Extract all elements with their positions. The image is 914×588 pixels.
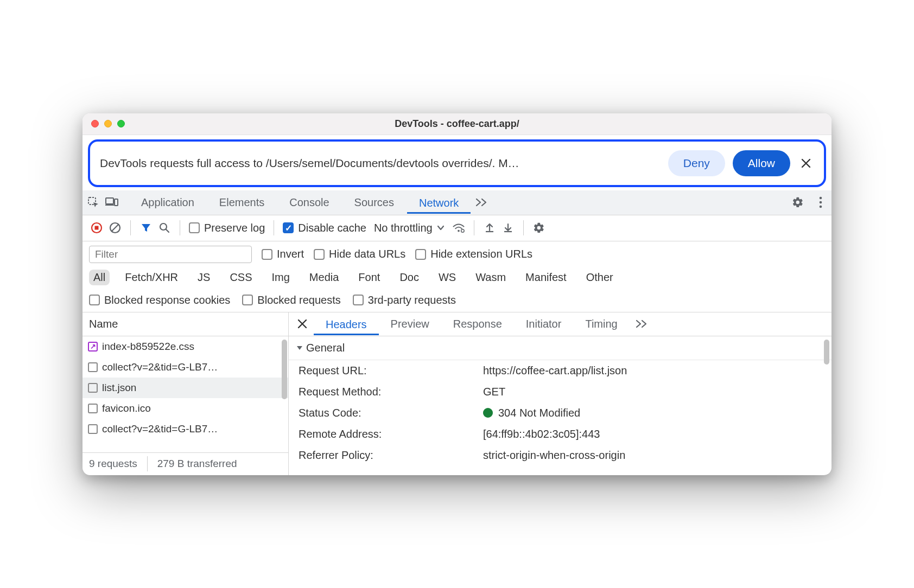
svg-line-10 [112, 225, 118, 231]
kebab-icon [819, 196, 822, 208]
divider [147, 456, 148, 471]
close-detail-button[interactable] [297, 319, 307, 329]
throttling-dropdown[interactable]: No throttling [374, 222, 445, 234]
name-column-header[interactable]: Name [82, 312, 288, 336]
gear-icon [533, 222, 545, 234]
close-icon [297, 319, 307, 329]
filter-input[interactable] [89, 246, 252, 263]
kv-status-code: Status Code: 304 Not Modified [289, 402, 832, 424]
window-zoom-button[interactable] [117, 120, 125, 127]
download-har-button[interactable] [502, 221, 515, 234]
gear-icon [792, 196, 804, 208]
devtools-window: DevTools - coffee-cart.app/ DevTools req… [82, 113, 832, 475]
type-fetch-xhr[interactable]: Fetch/XHR [120, 270, 182, 285]
file-icon [88, 362, 98, 372]
transferred-size: 279 B transferred [157, 458, 237, 470]
window-title: DevTools - coffee-cart.app/ [82, 118, 832, 130]
type-font[interactable]: Font [354, 270, 384, 285]
request-row[interactable]: collect?v=2&tid=G-LB7… [82, 419, 288, 439]
blocked-requests-label: Blocked requests [257, 294, 340, 306]
upload-har-button[interactable] [483, 221, 496, 234]
kebab-menu-button[interactable] [814, 196, 827, 209]
type-media[interactable]: Media [305, 270, 343, 285]
detail-tab-headers[interactable]: Headers [314, 312, 379, 335]
tab-network[interactable]: Network [407, 191, 471, 214]
record-icon [91, 222, 103, 234]
extra-filters: Blocked response cookies Blocked request… [82, 291, 832, 312]
type-manifest[interactable]: Manifest [521, 270, 571, 285]
request-list[interactable]: ↗ index-b859522e.css collect?v=2&tid=G-L… [82, 336, 288, 452]
blocked-requests-checkbox[interactable]: Blocked requests [242, 294, 340, 306]
window-close-button[interactable] [91, 120, 99, 127]
disable-cache-label: Disable cache [298, 222, 366, 234]
type-wasm[interactable]: Wasm [471, 270, 510, 285]
request-name: collect?v=2&tid=G-LB7… [102, 423, 218, 435]
divider [523, 220, 524, 235]
preserve-log-label: Preserve log [204, 222, 265, 234]
svg-point-4 [820, 197, 822, 200]
tab-console[interactable]: Console [277, 192, 341, 213]
network-conditions-button[interactable] [452, 221, 465, 234]
scrollbar[interactable] [282, 340, 287, 399]
request-name: collect?v=2&tid=G-LB7… [102, 361, 218, 373]
divider [474, 220, 474, 235]
type-css[interactable]: CSS [225, 270, 256, 285]
kv-value: https://coffee-cart.app/list.json [483, 365, 822, 377]
disable-cache-checkbox[interactable]: Disable cache [283, 222, 366, 234]
settings-button[interactable] [791, 196, 804, 209]
scrollbar[interactable] [824, 340, 829, 365]
svg-line-12 [166, 229, 169, 232]
allow-button[interactable]: Allow [733, 150, 790, 176]
preserve-log-checkbox[interactable]: Preserve log [189, 222, 265, 234]
type-other[interactable]: Other [582, 270, 618, 285]
tab-elements[interactable]: Elements [207, 192, 276, 213]
request-row[interactable]: ↗ index-b859522e.css [82, 336, 288, 357]
type-ws[interactable]: WS [434, 270, 460, 285]
record-button[interactable] [90, 221, 103, 234]
filter-toggle-button[interactable] [139, 221, 153, 234]
kv-key: Status Code: [299, 407, 483, 419]
detail-tab-response[interactable]: Response [441, 314, 514, 335]
close-banner-button[interactable] [798, 155, 814, 171]
third-party-checkbox[interactable]: 3rd-party requests [353, 294, 456, 306]
blocked-cookies-checkbox[interactable]: Blocked response cookies [89, 294, 230, 306]
detail-body: General Request URL: https://coffee-cart… [289, 336, 832, 475]
svg-point-5 [820, 201, 822, 204]
request-row[interactable]: list.json [82, 378, 288, 398]
search-button[interactable] [158, 221, 171, 234]
tab-application[interactable]: Application [129, 192, 206, 213]
requests-count: 9 requests [89, 458, 137, 470]
inspect-element-icon[interactable] [87, 196, 100, 209]
hide-extension-urls-checkbox[interactable]: Hide extension URLs [415, 248, 532, 260]
more-detail-tabs-button[interactable] [635, 317, 648, 330]
upload-icon [484, 222, 495, 233]
request-row[interactable]: collect?v=2&tid=G-LB7… [82, 357, 288, 378]
svg-rect-8 [95, 226, 99, 230]
type-all[interactable]: All [89, 270, 110, 285]
device-toolbar-icon[interactable] [105, 196, 118, 209]
request-row[interactable]: favicon.ico [82, 398, 288, 419]
detail-tab-timing[interactable]: Timing [573, 314, 629, 335]
hide-data-urls-checkbox[interactable]: Hide data URLs [314, 248, 405, 260]
detail-tab-preview[interactable]: Preview [379, 314, 441, 335]
request-name: index-b859522e.css [102, 341, 194, 353]
kv-key: Request URL: [299, 365, 483, 377]
deny-button[interactable]: Deny [668, 150, 725, 176]
tab-sources[interactable]: Sources [342, 192, 406, 213]
close-icon [801, 158, 811, 169]
invert-checkbox[interactable]: Invert [262, 248, 304, 260]
more-tabs-button[interactable] [475, 196, 488, 209]
checkbox-checked-icon [283, 222, 294, 233]
type-js[interactable]: JS [193, 270, 214, 285]
type-img[interactable]: Img [268, 270, 294, 285]
network-settings-button[interactable] [532, 221, 545, 234]
general-section-header[interactable]: General [289, 336, 832, 360]
detail-tabs: Headers Preview Response Initiator Timin… [289, 312, 832, 336]
kv-remote-address: Remote Address: [64:ff9b::4b02:3c05]:443 [289, 424, 832, 445]
window-minimize-button[interactable] [104, 120, 112, 127]
download-icon [503, 222, 513, 233]
kv-request-url: Request URL: https://coffee-cart.app/lis… [289, 360, 832, 381]
clear-button[interactable] [109, 221, 122, 234]
type-doc[interactable]: Doc [395, 270, 423, 285]
detail-tab-initiator[interactable]: Initiator [514, 314, 574, 335]
